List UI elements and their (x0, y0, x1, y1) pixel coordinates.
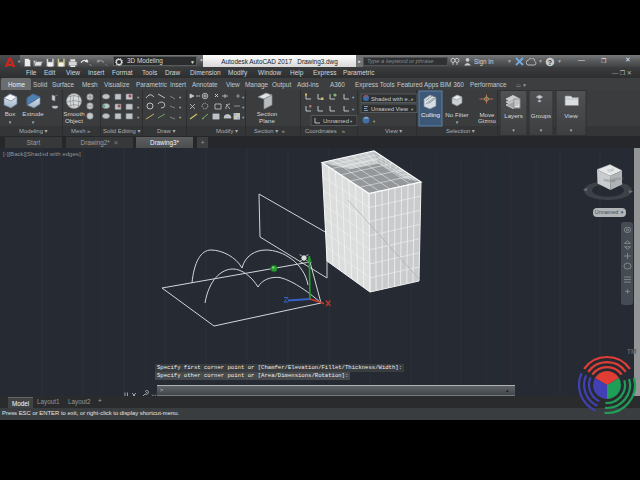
svg-text:RIGHT: RIGHT (612, 177, 624, 182)
svg-text:Smooth: Smooth (63, 110, 85, 117)
svg-text:▾: ▾ (456, 119, 459, 125)
svg-text:Box: Box (5, 110, 17, 117)
svg-text:Gizmo: Gizmo (478, 117, 496, 124)
svg-text:TM: TM (627, 348, 636, 355)
svg-text:Plane: Plane (259, 117, 275, 124)
svg-text:View: View (564, 112, 578, 119)
svg-text:▾: ▾ (242, 115, 245, 120)
svg-text:▾: ▾ (352, 107, 355, 112)
svg-text:Section: Section (257, 110, 278, 117)
svg-text:▾: ▾ (179, 105, 182, 110)
svg-text:▾: ▾ (179, 95, 182, 100)
svg-text:Shaded with e...: Shaded with e... (371, 96, 413, 102)
svg-text:▾: ▾ (137, 105, 140, 110)
svg-text:▾: ▾ (137, 95, 140, 100)
svg-text:Object: Object (65, 117, 83, 124)
svg-text:▾: ▾ (242, 105, 245, 110)
svg-text:▾: ▾ (137, 115, 140, 120)
svg-text:Culling: Culling (421, 111, 440, 118)
svg-text:▾: ▾ (32, 119, 35, 125)
svg-text:▾: ▾ (179, 115, 182, 120)
svg-text:Unsaved View: Unsaved View (371, 106, 409, 112)
svg-text:?: ? (548, 58, 552, 65)
svg-text:No Filter: No Filter (445, 111, 468, 118)
svg-text:▾: ▾ (242, 95, 245, 100)
svg-text:▾: ▾ (352, 95, 355, 100)
svg-text:Unnamed: Unnamed (323, 118, 349, 124)
svg-text:Layers: Layers (504, 112, 523, 119)
svg-text:▾: ▾ (373, 119, 376, 124)
svg-text:▾: ▾ (9, 119, 12, 125)
svg-text:Extrude: Extrude (22, 110, 44, 117)
svg-text:Groups: Groups (531, 112, 551, 119)
